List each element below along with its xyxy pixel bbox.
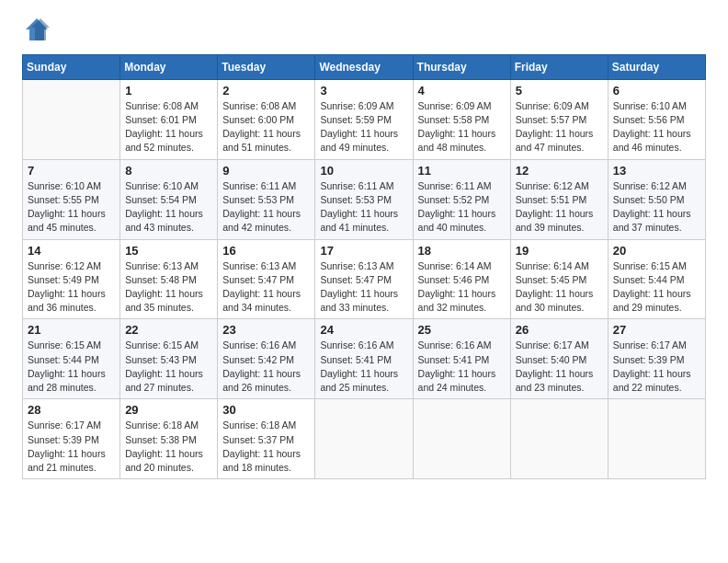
calendar-cell: 12Sunrise: 6:12 AMSunset: 5:51 PMDayligh… [510,159,608,239]
day-info: Sunrise: 6:12 AMSunset: 5:50 PMDaylight:… [613,179,700,236]
day-info: Sunrise: 6:12 AMSunset: 5:49 PMDaylight:… [28,259,115,316]
day-info: Sunrise: 6:16 AMSunset: 5:41 PMDaylight:… [418,339,506,395]
calendar-body: 1Sunrise: 6:08 AMSunset: 6:01 PMDaylight… [23,79,706,478]
calendar-week-3: 14Sunrise: 6:12 AMSunset: 5:49 PMDayligh… [23,239,706,319]
day-info: Sunrise: 6:15 AMSunset: 5:43 PMDaylight:… [125,339,212,395]
calendar-cell: 6Sunrise: 6:10 AMSunset: 5:56 PMDaylight… [608,79,705,159]
day-number: 5 [516,84,603,98]
day-number: 12 [516,164,603,178]
day-number: 24 [320,323,407,337]
day-info: Sunrise: 6:15 AMSunset: 5:44 PMDaylight:… [613,259,700,316]
day-number: 27 [613,323,700,337]
logo-icon [24,17,50,42]
calendar-cell [608,399,705,479]
calendar-cell: 16Sunrise: 6:13 AMSunset: 5:47 PMDayligh… [218,239,315,319]
day-number: 29 [125,403,212,417]
calendar-cell: 19Sunrise: 6:14 AMSunset: 5:45 PMDayligh… [510,239,608,319]
day-info: Sunrise: 6:09 AMSunset: 5:57 PMDaylight:… [516,99,603,155]
calendar-cell: 30Sunrise: 6:18 AMSunset: 5:37 PMDayligh… [218,399,315,479]
calendar-cell: 4Sunrise: 6:09 AMSunset: 5:58 PMDaylight… [413,79,510,159]
day-number: 2 [222,84,310,98]
day-number: 22 [125,323,212,337]
calendar-cell: 25Sunrise: 6:16 AMSunset: 5:41 PMDayligh… [413,319,510,399]
day-number: 19 [516,244,603,258]
day-info: Sunrise: 6:17 AMSunset: 5:39 PMDaylight:… [28,419,115,475]
day-number: 23 [222,323,310,337]
day-info: Sunrise: 6:11 AMSunset: 5:52 PMDaylight:… [418,179,506,236]
calendar-cell [510,399,608,479]
calendar-cell [413,399,510,479]
day-info: Sunrise: 6:10 AMSunset: 5:54 PMDaylight:… [125,179,212,236]
weekday-header-friday: Friday [510,54,608,79]
calendar-week-4: 21Sunrise: 6:15 AMSunset: 5:44 PMDayligh… [23,319,706,399]
weekday-header-monday: Monday [120,54,218,79]
calendar-cell: 9Sunrise: 6:11 AMSunset: 5:53 PMDaylight… [218,159,315,239]
day-number: 13 [613,164,700,178]
day-info: Sunrise: 6:18 AMSunset: 5:37 PMDaylight:… [222,419,310,475]
calendar-cell: 28Sunrise: 6:17 AMSunset: 5:39 PMDayligh… [23,399,120,479]
calendar-cell: 24Sunrise: 6:16 AMSunset: 5:41 PMDayligh… [315,319,413,399]
calendar-cell: 1Sunrise: 6:08 AMSunset: 6:01 PMDaylight… [120,79,218,159]
calendar-cell: 8Sunrise: 6:10 AMSunset: 5:54 PMDaylight… [120,159,218,239]
day-info: Sunrise: 6:11 AMSunset: 5:53 PMDaylight:… [222,179,310,236]
day-number: 9 [222,164,310,178]
calendar-cell [315,399,413,479]
day-number: 4 [418,84,506,98]
day-number: 28 [28,403,115,417]
day-info: Sunrise: 6:11 AMSunset: 5:53 PMDaylight:… [320,179,407,236]
day-number: 20 [613,244,700,258]
calendar-cell: 17Sunrise: 6:13 AMSunset: 5:47 PMDayligh… [315,239,413,319]
day-info: Sunrise: 6:17 AMSunset: 5:40 PMDaylight:… [516,339,603,395]
calendar-week-2: 7Sunrise: 6:10 AMSunset: 5:55 PMDaylight… [23,159,706,239]
day-info: Sunrise: 6:13 AMSunset: 5:47 PMDaylight:… [320,259,407,316]
day-info: Sunrise: 6:10 AMSunset: 5:56 PMDaylight:… [613,99,700,155]
calendar-cell: 29Sunrise: 6:18 AMSunset: 5:38 PMDayligh… [120,399,218,479]
calendar-cell: 10Sunrise: 6:11 AMSunset: 5:53 PMDayligh… [315,159,413,239]
logo [22,18,50,47]
calendar-cell: 26Sunrise: 6:17 AMSunset: 5:40 PMDayligh… [510,319,608,399]
calendar-cell: 20Sunrise: 6:15 AMSunset: 5:44 PMDayligh… [608,239,705,319]
day-number: 14 [28,244,115,258]
calendar-table: SundayMondayTuesdayWednesdayThursdayFrid… [22,54,706,479]
calendar-cell: 22Sunrise: 6:15 AMSunset: 5:43 PMDayligh… [120,319,218,399]
calendar-cell: 18Sunrise: 6:14 AMSunset: 5:46 PMDayligh… [413,239,510,319]
calendar-cell: 23Sunrise: 6:16 AMSunset: 5:42 PMDayligh… [218,319,315,399]
weekday-header-tuesday: Tuesday [218,54,315,79]
weekday-header-row: SundayMondayTuesdayWednesdayThursdayFrid… [23,54,706,79]
calendar-week-5: 28Sunrise: 6:17 AMSunset: 5:39 PMDayligh… [23,399,706,479]
day-number: 6 [613,84,700,98]
day-number: 21 [28,323,115,337]
weekday-header-thursday: Thursday [413,54,510,79]
day-info: Sunrise: 6:15 AMSunset: 5:44 PMDaylight:… [28,339,115,395]
day-info: Sunrise: 6:10 AMSunset: 5:55 PMDaylight:… [28,179,115,236]
day-number: 18 [418,244,506,258]
day-number: 15 [125,244,212,258]
day-number: 11 [418,164,506,178]
day-number: 30 [222,403,310,417]
calendar-cell: 21Sunrise: 6:15 AMSunset: 5:44 PMDayligh… [23,319,120,399]
day-number: 3 [320,84,407,98]
day-number: 7 [28,164,115,178]
day-info: Sunrise: 6:16 AMSunset: 5:42 PMDaylight:… [222,339,310,395]
day-info: Sunrise: 6:16 AMSunset: 5:41 PMDaylight:… [320,339,407,395]
day-info: Sunrise: 6:08 AMSunset: 6:00 PMDaylight:… [222,99,310,155]
calendar-cell: 3Sunrise: 6:09 AMSunset: 5:59 PMDaylight… [315,79,413,159]
calendar-cell: 15Sunrise: 6:13 AMSunset: 5:48 PMDayligh… [120,239,218,319]
weekday-header-wednesday: Wednesday [315,54,413,79]
calendar-cell: 14Sunrise: 6:12 AMSunset: 5:49 PMDayligh… [23,239,120,319]
calendar-header: SundayMondayTuesdayWednesdayThursdayFrid… [23,54,706,79]
day-info: Sunrise: 6:12 AMSunset: 5:51 PMDaylight:… [516,179,603,236]
day-info: Sunrise: 6:09 AMSunset: 5:59 PMDaylight:… [320,99,407,155]
day-info: Sunrise: 6:09 AMSunset: 5:58 PMDaylight:… [418,99,506,155]
calendar-cell: 7Sunrise: 6:10 AMSunset: 5:55 PMDaylight… [23,159,120,239]
weekday-header-sunday: Sunday [23,54,120,79]
calendar-cell: 27Sunrise: 6:17 AMSunset: 5:39 PMDayligh… [608,319,705,399]
calendar-cell: 11Sunrise: 6:11 AMSunset: 5:52 PMDayligh… [413,159,510,239]
day-number: 26 [516,323,603,337]
day-number: 16 [222,244,310,258]
calendar-cell: 13Sunrise: 6:12 AMSunset: 5:50 PMDayligh… [608,159,705,239]
day-number: 10 [320,164,407,178]
day-number: 25 [418,323,506,337]
weekday-header-saturday: Saturday [608,54,705,79]
calendar-cell: 5Sunrise: 6:09 AMSunset: 5:57 PMDaylight… [510,79,608,159]
